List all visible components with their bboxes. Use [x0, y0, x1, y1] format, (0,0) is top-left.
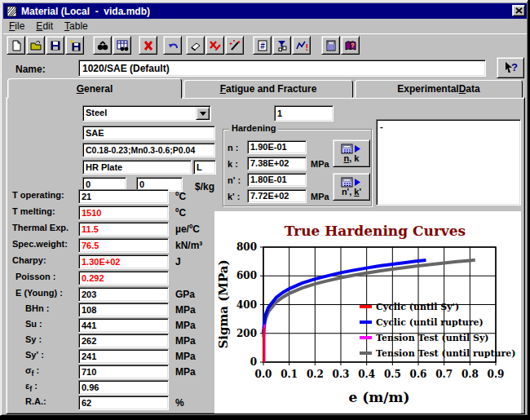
property-value-field[interactable]: 0.292 [78, 271, 169, 285]
hardening-param-unit: MPa [311, 192, 329, 201]
property-row: Sy' : 241 MPa [1, 349, 202, 364]
property-value-field[interactable]: 262 [78, 334, 169, 348]
find-in-table-button[interactable] [113, 36, 131, 55]
property-value-field[interactable]: 1.30E+02 [78, 254, 169, 269]
save-button[interactable] [46, 36, 64, 55]
property-value-field[interactable]: 62 [78, 396, 169, 410]
open-button[interactable] [26, 36, 45, 55]
svg-text:Cyclic (until Sy'): Cyclic (until Sy') [376, 302, 459, 312]
save-new-button[interactable] [65, 36, 84, 55]
hardening-row: n' : 1.80E-01 [227, 173, 329, 187]
new-record-button[interactable] [7, 36, 25, 55]
menu-table[interactable]: Table [59, 20, 94, 33]
property-value-field[interactable]: 0.96 [78, 380, 169, 395]
delete-record-button[interactable] [139, 36, 157, 55]
calculator-icon [325, 39, 338, 52]
close-button[interactable] [512, 5, 525, 16]
hardening-row: k' : 7.72E+02 MPa [227, 189, 329, 203]
property-row: R.A.: 62 % [1, 396, 202, 410]
property-label: Sy' : [1, 350, 78, 362]
binoculars-icon [96, 39, 109, 52]
auto-calc-button[interactable] [225, 36, 244, 55]
tab-experimental-data[interactable]: Experimental Data [355, 80, 523, 98]
property-value-field[interactable]: 441 [78, 318, 169, 333]
hardening-param-field[interactable]: 1.80E-01 [247, 173, 307, 187]
hardening-param-label: n : [227, 143, 247, 153]
property-unit: % [175, 397, 184, 409]
property-row: Poisson : 0.292 [1, 271, 202, 285]
calc-nk-prime-button[interactable]: n', k' [333, 173, 370, 201]
property-label: R.A.: [1, 396, 78, 409]
svg-text:?: ? [511, 61, 518, 73]
property-value-field[interactable]: 76.5 [78, 238, 169, 253]
open-folder-icon [29, 39, 42, 52]
material-dropdown[interactable]: Steel [82, 105, 211, 122]
condition-field[interactable]: HR Plate [82, 160, 192, 175]
tab-fatigue-and-fracture[interactable]: Fatigue and Fracture [183, 80, 353, 98]
property-unit: µe/ºC [175, 223, 200, 235]
property-unit: MPa [175, 320, 196, 331]
property-label: Thermal Exp. [1, 223, 78, 235]
delete-all-button[interactable] [205, 36, 224, 55]
composition-field[interactable]: C0.18-0.23;Mn0.3-0.6;P0.04 [82, 143, 215, 157]
calc-nk-prime-label: n', k' [342, 187, 361, 197]
source-field[interactable]: SAE [82, 126, 215, 140]
save-icon [49, 39, 62, 52]
memo-field[interactable]: - [376, 119, 521, 206]
red-x-icon [142, 39, 155, 52]
property-value-field[interactable]: 203 [78, 287, 169, 302]
window-title: Material (Local - vida.mdb) [21, 6, 150, 17]
property-label: εf : [1, 381, 78, 393]
property-label: Sy : [1, 334, 78, 347]
hardening-param-field[interactable]: 7.72E+02 [247, 189, 307, 203]
hardening-param-field[interactable]: 1.90E-01 [247, 140, 307, 154]
title-bar[interactable]: Material (Local - vida.mdb) [3, 3, 527, 19]
eraser-icon [189, 39, 202, 52]
property-unit: kN/m³ [175, 240, 202, 251]
help-book-button[interactable]: ? [341, 36, 360, 55]
property-label: T melting: [1, 206, 78, 219]
screen: Material (Local - vida.mdb) File Edit Ta… [0, 0, 530, 420]
hardening-row: k : 7.38E+02 MPa [227, 157, 329, 170]
property-unit: MPa [175, 304, 196, 316]
svg-text:0.7: 0.7 [435, 369, 453, 380]
name-label: Name: [15, 64, 46, 75]
condition-flag-field[interactable]: L [193, 160, 216, 175]
code-field[interactable]: 1 [274, 105, 333, 122]
property-value-field[interactable]: 108 [78, 303, 169, 317]
context-help-button[interactable]: ? [497, 57, 524, 78]
toolbar: # ! ? [3, 33, 527, 56]
renumber-button[interactable]: # [253, 36, 272, 55]
menu-bar: File Edit Table [3, 20, 527, 33]
undo-button[interactable] [163, 36, 182, 55]
menu-file[interactable]: File [3, 20, 30, 33]
property-value-field[interactable]: 11.5 [78, 222, 169, 237]
property-value-field[interactable]: 710 [78, 365, 169, 379]
svg-text:True Hardening Curves: True Hardening Curves [285, 223, 466, 239]
svg-text:0.9: 0.9 [488, 369, 505, 380]
find-button[interactable] [93, 36, 112, 55]
validate-curve-button[interactable]: ! [292, 36, 311, 55]
find-table-icon [116, 39, 129, 52]
organize-button[interactable] [272, 36, 291, 55]
calc-nk-button[interactable]: n, k [333, 139, 370, 167]
material-dropdown-button[interactable] [196, 107, 210, 120]
property-value-field[interactable]: 21 [78, 189, 169, 204]
erase-button[interactable] [186, 36, 205, 55]
property-unit: ºC [175, 191, 186, 202]
property-row: T melting: 1510 ºC [1, 206, 202, 220]
svg-text:800: 800 [236, 241, 257, 253]
chevron-down-icon [200, 112, 206, 116]
property-row: E (Young) : 203 GPa [1, 287, 202, 302]
tab-general[interactable]: General [7, 78, 182, 99]
hardening-param-field[interactable]: 7.38E+02 [247, 157, 307, 170]
property-value-field[interactable]: 1510 [78, 206, 169, 220]
new-document-icon [10, 39, 23, 52]
hardening-chart: 0.00.10.20.30.40.50.60.70.80.90200400600… [214, 211, 521, 413]
calculator-button[interactable] [321, 36, 340, 55]
property-value-field[interactable]: 241 [78, 349, 169, 364]
name-input[interactable]: 1020/SAE (Default) [78, 60, 486, 77]
menu-edit[interactable]: Edit [30, 20, 59, 33]
red-x-pencil-icon [209, 39, 222, 52]
clipboard-number-icon: # [256, 39, 269, 52]
